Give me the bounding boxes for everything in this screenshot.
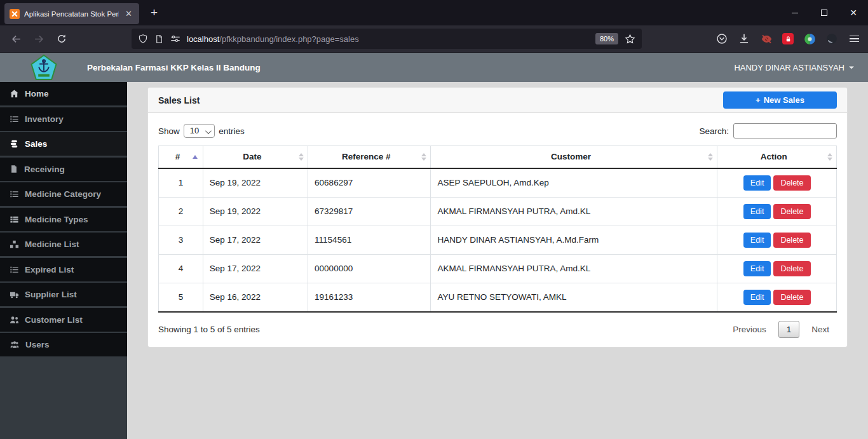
cell-action: Edit Delete (717, 254, 837, 283)
cell-date: Sep 17, 2022 (203, 254, 308, 283)
next-page-button[interactable]: Next (804, 321, 837, 338)
table-row: 2 Sep 19, 2022 67329817 AKMAL FIRMANSYAH… (159, 197, 837, 226)
close-button[interactable]: ✕ (839, 0, 868, 25)
sort-asc-icon (193, 155, 198, 159)
window-controls: ✕ (780, 0, 868, 25)
url-bar[interactable]: localhost/pfkkpbandung/index.php?page=sa… (132, 29, 642, 49)
page-title: Sales List (158, 95, 200, 105)
cell-customer: AKMAL FIRMANSYAH PUTRA, Amd.KL (431, 197, 717, 226)
previous-page-button[interactable]: Previous (725, 321, 774, 338)
search-label: Search: (699, 126, 729, 136)
delete-button[interactable]: Delete (773, 290, 810, 305)
sidebar-item-receiving[interactable]: Receiving (0, 158, 127, 181)
minimize-button[interactable] (780, 0, 810, 25)
cell-action: Edit Delete (717, 283, 837, 312)
delete-button[interactable]: Delete (773, 261, 810, 276)
sidebar-item-users[interactable]: Users (0, 333, 127, 356)
page-length-select[interactable]: 10 (184, 124, 215, 138)
cell-num: 4 (159, 254, 203, 283)
edit-button[interactable]: Edit (743, 261, 771, 276)
users-icon (10, 340, 20, 349)
browser-window: Aplikasi Pencatatan Stok Perbek ✕ + ✕ (0, 0, 868, 439)
cell-reference: 60686297 (308, 168, 431, 198)
cell-reference: 19161233 (308, 283, 431, 312)
cell-reference: 11154561 (308, 226, 431, 254)
sidebar-item-customer-list[interactable]: Customer List (0, 308, 127, 332)
sort-icon (827, 153, 832, 161)
pagination: Previous 1 Next (725, 321, 837, 338)
column-header-reference[interactable]: Reference # (308, 146, 431, 168)
sidebar-item-expired-list[interactable]: Expired List (0, 258, 127, 281)
page-length-control: Show 10 entries (158, 124, 245, 138)
table-header-row: # Date Reference # Customer Action (159, 146, 837, 168)
list-icon (10, 114, 19, 124)
browser-tab[interactable]: Aplikasi Pencatatan Stok Perbek ✕ (4, 3, 139, 24)
sidebar-item-home[interactable]: Home (0, 82, 127, 105)
app-header: Perbekalan Farmasi KKP Kelas II Bandung … (0, 53, 868, 82)
cell-num: 5 (159, 283, 203, 312)
pocket-icon[interactable] (715, 32, 728, 45)
extension-swirl-icon[interactable] (803, 32, 816, 45)
card-header: Sales List + New Sales (148, 88, 847, 113)
sidebar-item-inventory[interactable]: Inventory (0, 107, 127, 131)
column-header-num[interactable]: # (159, 146, 203, 168)
sidebar-item-medicine-list[interactable]: Medicine List (0, 233, 127, 256)
show-label: Show (158, 126, 180, 136)
bookmark-star-icon[interactable] (625, 34, 635, 44)
cell-action: Edit Delete (717, 226, 837, 254)
cell-reference: 67329817 (308, 197, 431, 226)
sliders-icon[interactable] (170, 34, 180, 44)
edit-button[interactable]: Edit (743, 290, 771, 305)
sidebar-item-medicine-category[interactable]: Medicine Category (0, 182, 127, 206)
cell-customer: AKMAL FIRMANSYAH PUTRA, Amd.KL (431, 254, 717, 283)
new-tab-icon[interactable]: + (151, 6, 158, 20)
table-row: 3 Sep 17, 2022 11154561 HANDY DINAR ASTI… (159, 226, 837, 254)
column-header-action[interactable]: Action (717, 146, 837, 168)
sidebar-item-sales[interactable]: Sales (0, 132, 127, 156)
edit-button[interactable]: Edit (743, 175, 771, 191)
edit-button[interactable]: Edit (743, 233, 771, 248)
cell-customer: ASEP SAEPULOH, Amd.Kep (431, 168, 717, 198)
plus-icon: + (756, 95, 761, 105)
cell-action: Edit Delete (717, 197, 837, 226)
new-sales-button[interactable]: + New Sales (723, 91, 837, 109)
downloads-icon[interactable] (738, 32, 750, 45)
sales-table: # Date Reference # Customer Action 1 Sep… (158, 145, 837, 313)
card-body: Show 10 entries Search: (148, 113, 847, 347)
extension-sphere-icon[interactable] (825, 32, 838, 45)
page-icon[interactable] (154, 34, 164, 44)
browser-tab-bar: Aplikasi Pencatatan Stok Perbek ✕ + ✕ (0, 0, 868, 25)
url-text[interactable]: localhost/pfkkpbandung/index.php?page=sa… (187, 34, 359, 44)
kkp-logo[interactable] (30, 55, 58, 81)
sort-icon (708, 153, 713, 161)
search-input[interactable] (733, 123, 837, 138)
entries-label: entries (219, 126, 245, 136)
edit-button[interactable]: Edit (743, 204, 771, 219)
user-dropdown[interactable]: HANDY DINAR ASTIANSYAH (734, 63, 854, 72)
column-header-date[interactable]: Date (203, 146, 308, 168)
back-icon[interactable] (9, 32, 23, 46)
zoom-level-badge[interactable]: 80% (595, 33, 618, 44)
user-name: HANDY DINAR ASTIANSYAH (734, 63, 844, 72)
table-info: Showing 1 to 5 of 5 entries (158, 325, 260, 334)
cell-num: 2 (159, 197, 203, 226)
cell-action: Edit Delete (717, 168, 837, 198)
cell-num: 1 (159, 168, 203, 198)
refresh-icon[interactable] (55, 32, 69, 46)
menu-icon[interactable] (848, 32, 860, 45)
forward-icon[interactable] (32, 32, 46, 46)
delete-button[interactable]: Delete (773, 175, 810, 191)
delete-button[interactable]: Delete (773, 204, 810, 219)
home-icon (10, 89, 19, 98)
extension-shield-lock-icon[interactable] (782, 33, 794, 44)
sidebar-item-supplier-list[interactable]: Supplier List (0, 283, 127, 306)
column-header-customer[interactable]: Customer (431, 146, 717, 168)
delete-button[interactable]: Delete (773, 233, 810, 248)
shield-icon[interactable] (138, 34, 148, 44)
sidebar-item-medicine-types[interactable]: Medicine Types (0, 208, 127, 231)
restore-button[interactable] (810, 0, 839, 25)
current-page-button[interactable]: 1 (778, 321, 800, 338)
extension-eye-icon[interactable] (760, 32, 773, 45)
tab-close-icon[interactable]: ✕ (123, 8, 134, 19)
boxes-icon (10, 240, 19, 249)
